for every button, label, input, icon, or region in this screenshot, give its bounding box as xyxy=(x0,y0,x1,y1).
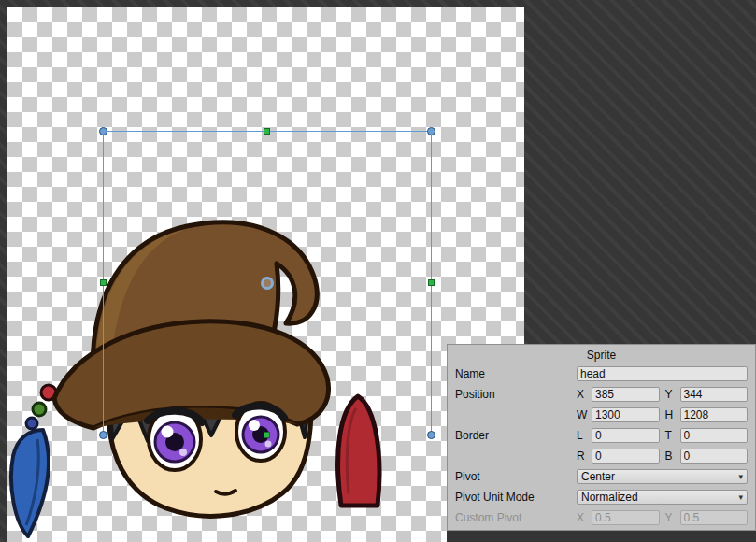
selection-handle-top[interactable] xyxy=(264,128,270,135)
name-label: Name xyxy=(455,367,577,380)
name-row: Name xyxy=(448,364,755,384)
custom-pivot-row: Custom Pivot X Y xyxy=(448,507,755,528)
custom-pivot-label: Custom Pivot xyxy=(455,511,577,524)
position-label: Position xyxy=(455,388,577,401)
border-b-prefix: B xyxy=(665,449,675,463)
border-label: Border xyxy=(455,429,577,442)
border-r-input[interactable] xyxy=(592,449,660,464)
border-l-prefix: L xyxy=(577,429,586,442)
selection-handle-bottom[interactable] xyxy=(264,432,270,438)
selection-handle-top-left[interactable] xyxy=(99,127,107,136)
position-w-input[interactable] xyxy=(592,407,660,422)
pivot-unit-mode-label: Pivot Unit Mode xyxy=(455,491,577,504)
position-row-wh: W H xyxy=(448,405,755,425)
pivot-unit-mode-dropdown[interactable]: Normalized ▾ xyxy=(577,490,748,505)
name-input[interactable] xyxy=(577,366,748,381)
pivot-unit-mode-row: Pivot Unit Mode Normalized ▾ xyxy=(448,487,755,507)
sprite-editor-window: Sprite Name Position X Y W H xyxy=(0,0,756,542)
selection-handle-top-right[interactable] xyxy=(427,127,435,136)
selection-handle-bottom-right[interactable] xyxy=(427,431,435,439)
position-x-prefix: X xyxy=(577,388,586,401)
custom-pivot-y-prefix: Y xyxy=(665,511,675,524)
custom-pivot-y-input xyxy=(680,510,749,525)
position-h-prefix: H xyxy=(665,408,675,421)
border-r-prefix: R xyxy=(577,449,586,463)
selection-handle-left[interactable] xyxy=(100,279,107,286)
border-row-lt: Border L T xyxy=(448,425,755,446)
selection-handle-right[interactable] xyxy=(428,279,435,286)
sprite-selection-rect[interactable] xyxy=(103,131,432,435)
pivot-row: Pivot Center ▾ xyxy=(448,466,755,487)
pivot-handle[interactable] xyxy=(261,277,274,290)
position-row-xy: Position X Y xyxy=(448,384,755,405)
chevron-down-icon: ▾ xyxy=(738,492,743,502)
border-row-rb: R B xyxy=(448,446,755,466)
position-x-input[interactable] xyxy=(592,387,660,402)
position-w-prefix: W xyxy=(577,408,586,421)
chevron-down-icon: ▾ xyxy=(738,472,743,481)
position-y-input[interactable] xyxy=(680,387,749,402)
sprite-info-panel: Sprite Name Position X Y W H xyxy=(447,344,756,531)
selection-handle-bottom-left[interactable] xyxy=(99,431,107,439)
border-t-prefix: T xyxy=(665,429,675,442)
panel-title: Sprite xyxy=(448,347,755,364)
custom-pivot-x-prefix: X xyxy=(577,511,586,524)
pivot-unit-mode-dropdown-value: Normalized xyxy=(581,491,638,504)
border-t-input[interactable] xyxy=(680,428,749,443)
border-l-input[interactable] xyxy=(592,428,660,443)
pivot-dropdown[interactable]: Center ▾ xyxy=(577,469,748,484)
custom-pivot-x-input xyxy=(592,510,660,525)
panel-bottom-edge xyxy=(447,531,756,542)
position-h-input[interactable] xyxy=(680,407,749,422)
border-b-input[interactable] xyxy=(680,449,749,464)
pivot-dropdown-value: Center xyxy=(581,470,615,483)
pivot-label: Pivot xyxy=(455,470,577,483)
position-y-prefix: Y xyxy=(665,388,675,401)
